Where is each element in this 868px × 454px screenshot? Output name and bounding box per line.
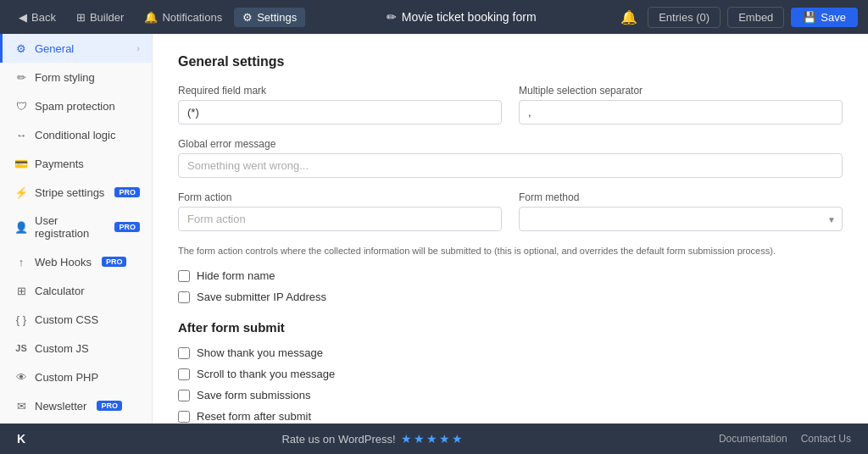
sidebar-item-payments[interactable]: 💳 Payments <box>0 149 152 178</box>
topbar-left: ◀ Back ⊞ Builder 🔔 Notifications ⚙ Setti… <box>10 8 305 27</box>
settings-button[interactable]: ⚙ Settings <box>234 8 305 27</box>
settings-icon: ⚙ <box>242 11 253 24</box>
star-rating: ★ ★ ★ ★ ★ <box>401 432 463 446</box>
documentation-link[interactable]: Documentation <box>719 433 787 445</box>
form-action-input[interactable] <box>178 207 502 231</box>
after-form-submit-title: After form submit <box>178 320 843 335</box>
reset-form-checkbox[interactable] <box>178 411 190 423</box>
save-button[interactable]: 💾 Save <box>791 8 858 27</box>
form-styling-icon: ✏ <box>14 70 28 84</box>
sidebar-label-stripe: Stripe settings <box>35 186 104 199</box>
back-button[interactable]: ◀ Back <box>10 8 64 27</box>
contact-link[interactable]: Contact Us <box>801 433 851 445</box>
user-registration-pro-badge: PRO <box>114 222 140 232</box>
rate-text: Rate us on WordPress! <box>281 433 395 446</box>
stripe-pro-badge: PRO <box>114 187 140 197</box>
stripe-icon: ⚡ <box>14 185 28 199</box>
star-5: ★ <box>452 432 463 446</box>
bell-icon: 🔔 <box>144 11 158 24</box>
sidebar-label-webhooks: Web Hooks <box>35 256 92 269</box>
user-registration-icon: 👤 <box>14 220 28 234</box>
edit-icon: ✏ <box>387 10 397 24</box>
general-icon: ⚙ <box>14 42 28 55</box>
sidebar-item-form-styling[interactable]: ✏ Form styling <box>0 63 152 91</box>
star-1: ★ <box>401 432 412 446</box>
builder-label: Builder <box>90 11 124 24</box>
alert-button[interactable]: 🔔 <box>617 6 641 29</box>
save-submitter-ip-checkbox[interactable] <box>178 291 190 303</box>
sidebar-item-general[interactable]: ⚙ General › <box>0 34 152 63</box>
form-action-label: Form action <box>178 191 502 203</box>
form-title: ✏ Movie ticket booking form <box>387 10 537 24</box>
sidebar-item-custom-js[interactable]: JS Custom JS <box>0 334 152 363</box>
general-settings-title: General settings <box>178 54 843 69</box>
sidebar-item-calculator[interactable]: ⊞ Calculator <box>0 276 152 305</box>
star-2: ★ <box>414 432 425 446</box>
form-action-hint: The form action controls where the colle… <box>178 245 843 257</box>
sidebar-item-custom-css[interactable]: { } Custom CSS <box>0 305 152 334</box>
back-arrow-icon: ◀ <box>19 11 27 24</box>
main-layout: ⚙ General › ✏ Form styling 🛡 Spam protec… <box>0 34 868 424</box>
required-field-input[interactable] <box>178 100 502 125</box>
sidebar-item-web-hooks[interactable]: ↑ Web Hooks PRO <box>0 247 152 276</box>
sidebar-item-stripe-settings[interactable]: ⚡ Stripe settings PRO <box>0 178 152 207</box>
sidebar-item-user-registration[interactable]: 👤 User registration PRO <box>0 207 152 247</box>
row-form-action: Form action Form method GET POST ▼ <box>178 191 843 231</box>
webhooks-pro-badge: PRO <box>102 257 127 267</box>
row-global-error: Global error message <box>178 138 843 178</box>
row-required-separator: Required field mark Multiple selection s… <box>178 85 843 125</box>
sidebar-label-conditional-logic: Conditional logic <box>35 129 115 141</box>
notifications-button[interactable]: 🔔 Notifications <box>136 8 231 27</box>
sidebar-item-conditional-logic[interactable]: ↔ Conditional logic <box>0 120 152 149</box>
show-thank-you-row: Show thank you message <box>178 346 843 359</box>
star-4: ★ <box>439 432 450 446</box>
builder-icon: ⊞ <box>76 11 86 24</box>
builder-button[interactable]: ⊞ Builder <box>68 8 132 27</box>
save-form-submissions-row: Save form submissions <box>178 389 843 401</box>
sidebar-item-newsletter[interactable]: ✉ Newsletter PRO <box>0 391 152 420</box>
scroll-thank-you-checkbox[interactable] <box>178 368 190 380</box>
save-icon: 💾 <box>803 11 816 24</box>
hide-form-name-row: Hide form name <box>178 269 843 282</box>
global-error-input[interactable] <box>178 153 843 178</box>
hide-form-name-checkbox[interactable] <box>178 270 190 282</box>
sidebar-label-spam-protection: Spam protection <box>35 100 115 113</box>
form-method-select[interactable]: GET POST <box>519 207 843 231</box>
hide-form-name-label: Hide form name <box>197 269 275 282</box>
after-form-submit-section: After form submit Show thank you message… <box>178 320 843 423</box>
bottom-logo: K <box>17 432 25 446</box>
required-field-label: Required field mark <box>178 85 502 97</box>
form-action-group: Form action <box>178 191 502 231</box>
sidebar-item-custom-php[interactable]: 👁 Custom PHP <box>0 363 152 391</box>
required-field-group: Required field mark <box>178 85 502 125</box>
scroll-thank-you-row: Scroll to thank you message <box>178 368 843 380</box>
custom-css-icon: { } <box>14 313 28 326</box>
calculator-icon: ⊞ <box>14 284 28 297</box>
bottom-links: Documentation Contact Us <box>719 433 851 445</box>
global-error-group: Global error message <box>178 138 843 178</box>
entries-button[interactable]: Entries (0) <box>648 7 721 28</box>
save-form-submissions-checkbox[interactable] <box>178 390 190 401</box>
multiple-separator-input[interactable] <box>519 100 843 125</box>
form-method-group: Form method GET POST ▼ <box>519 191 843 231</box>
save-submitter-ip-row: Save submitter IP Address <box>178 291 843 303</box>
content-area: General settings Required field mark Mul… <box>153 34 868 424</box>
save-form-submissions-label: Save form submissions <box>197 389 310 401</box>
sidebar: ⚙ General › ✏ Form styling 🛡 Spam protec… <box>0 34 153 424</box>
custom-js-icon: JS <box>14 341 28 355</box>
newsletter-icon: ✉ <box>14 399 28 412</box>
sidebar-item-spam-protection[interactable]: 🛡 Spam protection <box>0 91 152 120</box>
webhooks-icon: ↑ <box>14 255 28 269</box>
show-thank-you-label: Show thank you message <box>197 346 323 359</box>
bottom-center: Rate us on WordPress! ★ ★ ★ ★ ★ <box>281 432 462 446</box>
multiple-separator-label: Multiple selection separator <box>519 85 843 97</box>
embed-button[interactable]: Embed <box>727 7 784 28</box>
reset-form-row: Reset form after submit <box>178 410 843 423</box>
back-label: Back <box>31 11 56 24</box>
sidebar-label-custom-js: Custom JS <box>35 342 89 355</box>
show-thank-you-checkbox[interactable] <box>178 347 190 359</box>
notifications-label: Notifications <box>162 11 222 24</box>
scroll-thank-you-label: Scroll to thank you message <box>197 368 335 380</box>
checkboxes-section: Hide form name Save submitter IP Address <box>178 269 843 303</box>
newsletter-pro-badge: PRO <box>97 401 122 411</box>
